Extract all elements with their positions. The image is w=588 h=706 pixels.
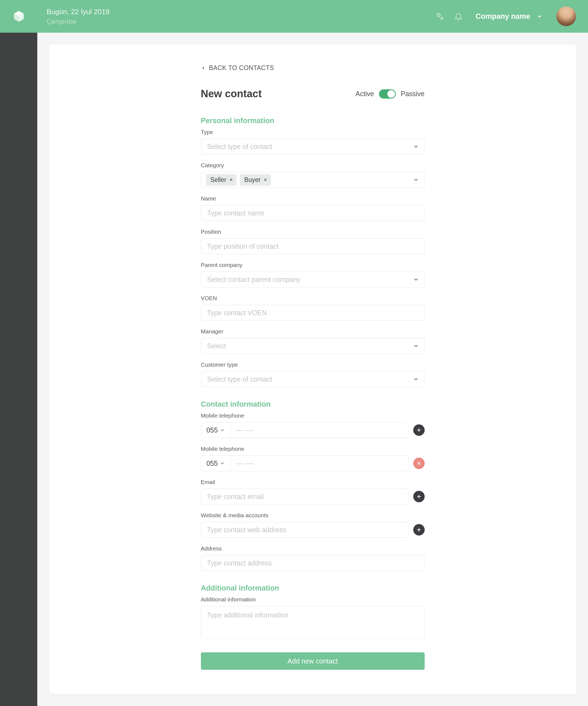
additional-info-textarea[interactable] <box>201 606 425 639</box>
header-bar: Bugün, 22 İyul 2019 Çərşənbə <box>37 0 588 33</box>
name-input[interactable] <box>201 205 425 221</box>
sidebar <box>0 0 37 706</box>
parent-company-select[interactable]: Select contact parent company <box>201 272 425 287</box>
mobile1-prefix-select[interactable]: 055 <box>201 423 230 438</box>
close-icon[interactable] <box>263 178 267 182</box>
chevron-down-icon <box>413 276 419 282</box>
close-icon[interactable] <box>229 178 233 182</box>
company-selector[interactable]: Company name <box>475 12 543 21</box>
customer-type-select[interactable]: Select type of contact <box>201 371 425 387</box>
mobile1-input[interactable] <box>230 423 408 438</box>
parent-company-placeholder: Select contact parent company <box>207 276 300 283</box>
tag-buyer-label: Buyer <box>244 176 260 184</box>
mobile2-label: Mobile telephone <box>201 445 425 452</box>
website-label: Website & media accounts <box>201 512 425 519</box>
bell-icon[interactable] <box>453 11 464 22</box>
logo-box[interactable] <box>0 0 37 33</box>
svg-point-0 <box>437 14 440 16</box>
address-label: Address <box>201 545 425 552</box>
mobile2-prefix: 055 <box>206 460 218 467</box>
tag-seller[interactable]: Seller <box>206 174 237 186</box>
chevron-down-icon <box>413 376 419 382</box>
name-label: Name <box>201 195 425 202</box>
type-placeholder: Select type of contact <box>207 143 272 151</box>
chevron-left-icon <box>201 66 206 71</box>
back-to-contacts-link[interactable]: BACK TO CONTACTS <box>201 64 274 72</box>
chevron-down-icon <box>413 177 419 183</box>
voen-input[interactable] <box>201 305 425 321</box>
plus-icon <box>416 527 422 533</box>
toggle-knob <box>387 90 395 98</box>
add-new-contact-button[interactable]: Add new contact <box>201 652 425 670</box>
additional-info-label: Additional information <box>201 596 425 603</box>
section-contact: Contact information <box>201 400 425 408</box>
add-phone-button[interactable] <box>413 424 425 436</box>
voen-label: VOEN <box>201 295 425 302</box>
tag-seller-label: Seller <box>210 176 226 184</box>
svg-point-1 <box>441 17 443 19</box>
manager-placeholder: Select <box>207 342 226 350</box>
plus-icon <box>416 494 422 500</box>
category-label: Category <box>201 162 425 169</box>
mobile1-label: Mobile telephone <box>201 413 425 419</box>
back-link-label: BACK TO CONTACTS <box>209 64 274 72</box>
add-website-button[interactable] <box>413 524 425 536</box>
avatar[interactable] <box>556 6 576 26</box>
chevron-down-icon <box>413 144 419 150</box>
date-text: Bugün, 22 İyul 2019 <box>47 8 110 16</box>
date-block: Bugün, 22 İyul 2019 Çərşənbə <box>47 8 110 25</box>
manager-label: Manager <box>201 328 425 335</box>
customer-type-label: Customer type <box>201 361 425 368</box>
chevron-down-icon <box>220 461 225 466</box>
active-label: Active <box>355 90 374 98</box>
chevron-down-icon <box>536 13 543 19</box>
plus-icon <box>416 427 422 433</box>
status-toggle[interactable] <box>379 89 396 99</box>
content-card: BACK TO CONTACTS New contact Active Pass… <box>49 45 576 694</box>
website-input[interactable] <box>201 522 408 538</box>
page-title: New contact <box>201 88 262 100</box>
position-label: Position <box>201 229 425 235</box>
manager-select[interactable]: Select <box>201 338 425 354</box>
section-additional: Additional information <box>201 584 425 592</box>
chevron-down-icon <box>220 428 225 433</box>
settings-icon[interactable] <box>435 11 445 22</box>
passive-label: Passive <box>401 90 425 98</box>
remove-phone-button[interactable] <box>413 458 425 469</box>
email-input[interactable] <box>201 488 408 504</box>
mobile2-input[interactable] <box>230 456 408 471</box>
email-label: Email <box>201 479 425 485</box>
category-select[interactable]: Seller Buyer <box>201 172 425 188</box>
position-input[interactable] <box>201 238 425 254</box>
add-email-button[interactable] <box>413 491 425 502</box>
address-input[interactable] <box>201 555 425 571</box>
day-text: Çərşənbə <box>47 18 110 25</box>
chevron-down-icon <box>413 343 419 349</box>
company-name: Company name <box>475 12 530 21</box>
close-icon <box>416 461 422 466</box>
mobile2-prefix-select[interactable]: 055 <box>201 456 230 471</box>
type-label: Type <box>201 129 425 135</box>
tag-buyer[interactable]: Buyer <box>240 174 271 186</box>
type-select[interactable]: Select type of contact <box>201 139 425 154</box>
mobile1-prefix: 055 <box>206 426 218 434</box>
cube-logo-icon <box>12 10 25 23</box>
customer-type-placeholder: Select type of contact <box>207 375 272 383</box>
parent-company-label: Parent company <box>201 262 425 268</box>
section-personal: Personal information <box>201 117 425 125</box>
